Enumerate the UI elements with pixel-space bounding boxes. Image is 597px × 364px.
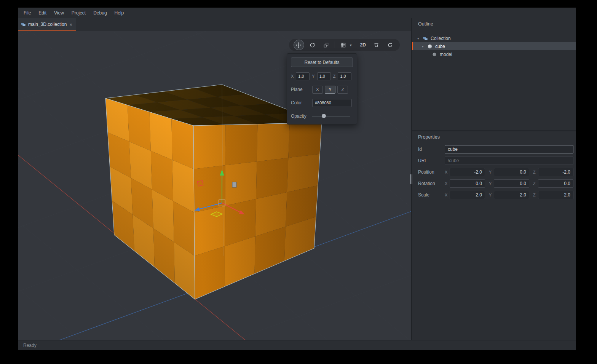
reload-icon [387,42,393,48]
menu-project[interactable]: Project [68,10,89,16]
plane-x-button[interactable]: X [312,86,323,94]
menu-view[interactable]: View [50,10,68,16]
outline-item-label: cube [435,44,445,49]
property-label-scale: Scale [418,192,445,198]
scale-x-input[interactable] [450,191,485,199]
plane-label: Plane [291,87,312,92]
tab-bar: main_3D.collection × [18,18,411,31]
menu-help[interactable]: Help [111,10,128,16]
outline-tree: ▾Collection▾cubemodel [412,34,576,58]
gameobject-icon [427,44,433,49]
plane-options: XYZ [312,86,350,94]
move-tool-button[interactable] [294,40,304,50]
tab-main-3d-collection[interactable]: main_3D.collection × [18,18,76,31]
collection-icon [21,22,26,27]
reload-button[interactable] [385,40,395,50]
outline-item-label: Collection [431,36,451,41]
tab-close-icon[interactable]: × [69,22,72,27]
plane-z-button[interactable]: Z [337,86,348,94]
rotate-tool-button[interactable] [307,40,318,50]
scene-viewport[interactable]: ▾2D Reset to Defaults XYZ Plane XYZ Colo… [18,31,411,340]
splitter-grip-icon[interactable] [410,174,412,184]
property-row-rotation: RotationXYZ [412,178,573,189]
grid-settings-popover: Reset to Defaults XYZ Plane XYZ Color Op… [287,53,357,125]
axis-label-x: X [445,181,447,186]
rotate-icon [309,42,316,48]
outline-item-cube[interactable]: ▾cube [412,42,576,50]
grid-axis-label-x: X [291,74,294,78]
property-label-rotation: Rotation [418,181,445,186]
position-z-input[interactable] [538,168,573,176]
status-bar: Ready [18,340,576,350]
property-label-url: URL [418,158,445,163]
property-row-url: URL [412,155,573,166]
position-x-input[interactable] [450,168,485,176]
move-icon [295,42,302,48]
grid-opacity-row: Opacity [291,112,353,120]
grid-axis-label-y: Y [312,74,314,78]
grid-z-input[interactable] [338,72,351,80]
side-panel: Outline ▾Collection▾cubemodel Properties… [412,18,576,340]
editor-window: FileEditViewProjectDebugHelp main_3D.col… [18,8,576,350]
grid-x-input[interactable] [296,72,310,80]
slider-track [312,116,350,117]
menu-edit[interactable]: Edit [35,10,50,16]
outline-item-label: model [440,52,452,57]
slider-thumb[interactable] [322,114,326,118]
properties-rows: IdURLPositionXYZRotationXYZScaleXYZ [412,141,576,201]
grid-y-input[interactable] [317,72,331,80]
rotation-x-input[interactable] [450,179,485,188]
menu-debug[interactable]: Debug [89,10,110,16]
frustum-culling-button[interactable] [371,40,382,50]
id-input[interactable] [445,145,573,153]
scale-y-input[interactable] [494,191,529,199]
editor-column: main_3D.collection × ▾2D Reset to Defaul… [18,18,411,340]
menu-file[interactable]: File [20,10,35,16]
axis-label-z: Z [533,193,536,197]
axis-label-x: X [445,193,447,197]
status-text: Ready [23,343,37,348]
axis-label-y: Y [489,193,492,197]
tab-label: main_3D.collection [28,22,67,27]
opacity-slider[interactable] [312,113,350,119]
chevron-down-icon[interactable]: ▾ [350,43,352,47]
plane-y-button[interactable]: Y [325,86,335,94]
grid-icon [340,42,346,48]
property-label-id: Id [418,147,445,152]
frustum-icon [373,42,380,48]
panel-splitter[interactable] [411,18,412,340]
outline-item-model[interactable]: model [412,50,576,58]
rotation-y-input[interactable] [494,179,529,188]
opacity-label: Opacity [291,113,312,119]
axis-label-y: Y [489,170,492,174]
scale-tool-button[interactable] [321,40,332,50]
grid-size-row: XYZ [291,72,353,80]
grid-color-row: Color [291,99,353,107]
color-label: Color [291,100,312,105]
model-icon [432,52,437,57]
axis-label-z: Z [533,181,536,186]
position-y-input[interactable] [494,168,529,176]
main-area: main_3D.collection × ▾2D Reset to Defaul… [18,18,576,340]
scale-z-input[interactable] [538,191,573,199]
menu-bar: FileEditViewProjectDebugHelp [18,8,576,18]
url-input[interactable] [445,156,573,165]
expander-icon[interactable]: ▾ [422,45,427,48]
outline-panel-title: Outline [412,18,576,28]
property-row-position: PositionXYZ [412,166,573,178]
property-label-position: Position [418,169,445,175]
mode-2d-button[interactable]: 2D [358,40,368,50]
axis-label-z: Z [533,170,536,174]
outline-item-collection[interactable]: ▾Collection [412,34,576,42]
axis-label-x: X [445,170,447,174]
rotation-z-input[interactable] [538,179,573,188]
scale-icon [323,42,329,48]
reset-defaults-button[interactable]: Reset to Defaults [291,57,353,67]
property-row-scale: ScaleXYZ [412,189,573,201]
grid-color-input[interactable] [312,99,352,107]
properties-panel-title: Properties [412,131,576,141]
axis-label-y: Y [489,181,492,186]
expander-icon[interactable]: ▾ [417,37,423,40]
grid-plane-row: Plane XYZ [291,85,353,94]
grid-settings-button[interactable] [338,40,349,50]
